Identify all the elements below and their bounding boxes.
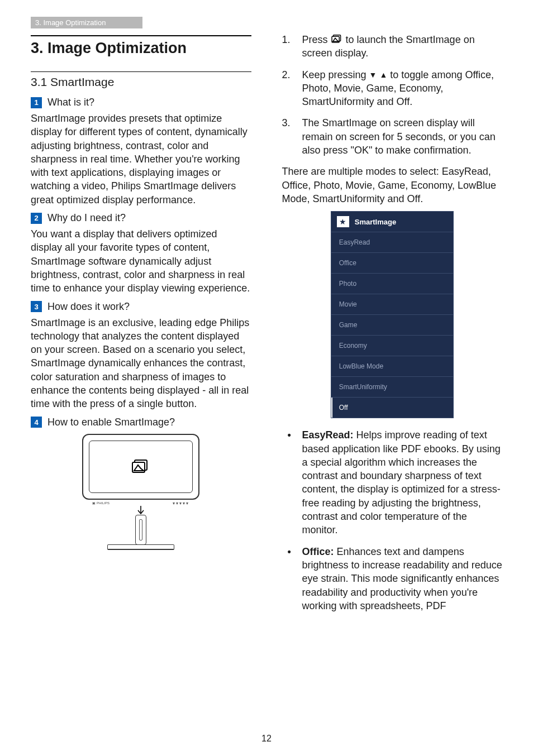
bullet-office: Office: Enhances text and dampens bright… [282, 545, 503, 613]
page-number: 12 [0, 734, 533, 744]
chapter-title: 3. Image Optimization [31, 40, 251, 57]
monitor-illustration: ▣ PHILIPS ▾▾▾▾▾ [31, 434, 251, 550]
osd-item: Economy [331, 336, 453, 356]
mode-descriptions: EasyRead: Helps improve reading of text … [282, 428, 503, 613]
monitor-buttons: ▾▾▾▾▾ [173, 501, 189, 506]
right-column: Press to launch the SmartImage on screen… [282, 33, 503, 620]
question-1-label: What is it? [47, 97, 94, 108]
osd-item: Off [331, 398, 453, 418]
number-box-1: 1 [31, 97, 42, 108]
question-4-heading: 4 How to enable SmartImage? [31, 417, 251, 428]
bullet-easyread: EasyRead: Helps improve reading of text … [282, 428, 503, 537]
section-title: 3.1 SmartImage [31, 75, 251, 89]
step-2: Keep pressing ▼ ▲ to toggle among Office… [282, 68, 503, 109]
osd-title: SmartImage [355, 218, 396, 226]
question-2-body: You want a display that delivers optimiz… [31, 227, 251, 295]
monitor-brand-label: ▣ PHILIPS [92, 501, 110, 506]
triangle-up-icon: ▲ [379, 70, 387, 79]
easyread-term: EasyRead: [302, 429, 354, 441]
osd-item: Office [331, 253, 453, 274]
star-icon: ★ [337, 216, 349, 227]
modes-intro: There are multiple modes to select: Easy… [282, 165, 503, 205]
question-1-body: SmartImage provides presets that optimiz… [31, 112, 251, 207]
osd-item: Movie [331, 294, 453, 315]
osd-item: Game [331, 315, 453, 336]
step-1: Press to launch the SmartImage on screen… [282, 33, 503, 60]
smartimage-icon [331, 34, 343, 44]
number-box-4: 4 [31, 417, 42, 428]
step-3: The SmartImage on screen display will re… [282, 116, 503, 157]
running-header: 3. Image Optimization [31, 17, 142, 28]
osd-menu: ★ SmartImage EasyReadOfficePhotoMovieGam… [331, 211, 454, 418]
number-box-2: 2 [31, 213, 42, 224]
osd-item: EasyRead [331, 232, 453, 253]
triangle-down-icon: ▼ [369, 70, 377, 79]
question-3-heading: 3 How does it work? [31, 301, 251, 313]
enable-steps: Press to launch the SmartImage on screen… [282, 33, 503, 157]
easyread-body: Helps improve reading of text based appl… [302, 429, 501, 535]
question-3-body: SmartImage is an exclusive, leading edge… [31, 316, 251, 411]
osd-item: SmartUniformity [331, 377, 453, 398]
office-term: Office: [302, 546, 334, 557]
question-2-label: Why do I need it? [47, 212, 126, 224]
smartimage-icon [131, 458, 150, 475]
question-4-label: How to enable SmartImage? [47, 417, 175, 428]
osd-item: LowBlue Mode [331, 356, 453, 377]
question-2-heading: 2 Why do I need it? [31, 212, 251, 224]
question-1-heading: 1 What is it? [31, 97, 251, 108]
osd-item: Photo [331, 274, 453, 294]
left-column: 3. Image Optimization 3.1 SmartImage 1 W… [31, 33, 251, 620]
number-box-3: 3 [31, 301, 42, 312]
question-3-label: How does it work? [47, 301, 130, 313]
